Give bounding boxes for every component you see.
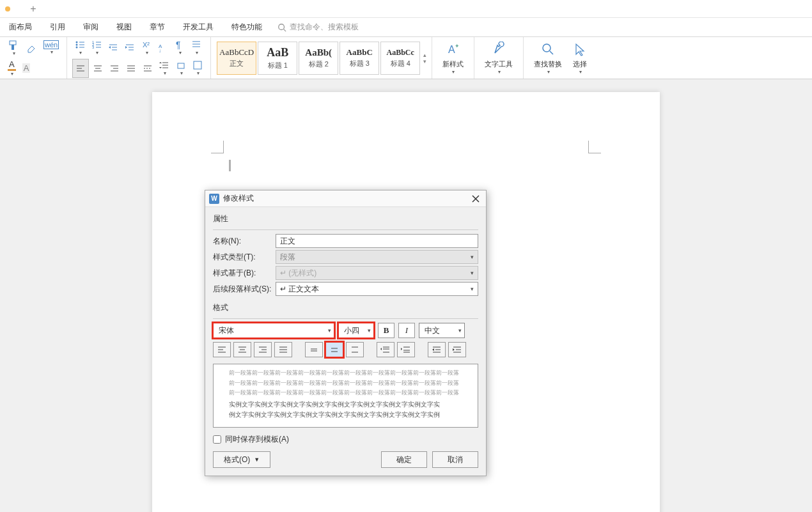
select-button[interactable]: 选择▾ [567,39,593,77]
style-preview: AaBbCc [387,48,414,58]
format-menu-button[interactable]: 格式(O)▼ [213,451,270,468]
align-justify-icon [278,345,288,354]
font-family-select[interactable]: 宋体▾ [213,323,334,338]
cursor-icon [572,42,588,59]
align-right-button[interactable] [107,59,122,78]
name-label: 名称(N): [213,236,276,247]
margin-corner-tr [588,141,601,153]
dlg-align-justify[interactable] [274,342,292,357]
marks-button[interactable]: ¶▾ [172,38,187,58]
numbering-button[interactable]: 123▾ [89,38,104,58]
align-left-button[interactable] [72,59,89,78]
chevron-down-icon: ▾ [471,270,474,276]
separator [213,229,478,230]
italic-button[interactable]: I [398,323,415,338]
highlight-button[interactable]: A [20,59,33,78]
dlg-align-center[interactable] [233,342,251,357]
style-heading3[interactable]: AaBbC 标题 3 [340,42,379,75]
preview-sample-line: 例文字实例文字实例文字实例文字实例文字实例文字实例文字实例文字实例 [229,410,462,420]
new-style-label: 新样式 [442,59,464,69]
menu-review[interactable]: 审阅 [74,18,107,36]
ok-button[interactable]: 确定 [381,451,427,468]
font-color-button[interactable]: A▾ [5,59,19,78]
svg-marker-50 [159,62,162,63]
dlg-indent-inc[interactable] [448,342,466,357]
margin-corner-tl [211,141,224,153]
dlg-linespace-1[interactable] [305,342,323,357]
close-button[interactable] [469,192,482,205]
text-tools-button[interactable]: 文字工具▾ [480,39,518,77]
style-normal[interactable]: AaBbCcD 正文 [217,42,256,75]
align-center-button[interactable] [90,59,105,78]
style-preview: AaBbCcD [219,47,254,58]
menu-layout[interactable]: 面布局 [0,18,41,36]
borders-button[interactable]: ▾ [190,59,205,78]
new-tab-button[interactable]: + [28,4,38,14]
svg-rect-2 [10,41,16,45]
preview-context-line: 前一段落前一段落前一段落前一段落前一段落前一段落前一段落前一段落前一段落前一段落 [229,380,462,387]
find-replace-button[interactable]: 查找替换▾ [529,39,567,77]
svg-marker-20 [109,46,111,49]
ls1-icon [309,345,319,354]
align-left-icon [75,63,86,74]
text-cursor [229,160,231,171]
style-heading2[interactable]: AaBb( 标题 2 [299,42,338,75]
align-justify-button[interactable] [123,59,139,78]
save-template-label[interactable]: 同时保存到模板(A) [225,434,289,445]
dlg-linespace-15[interactable] [325,342,343,357]
bullets-button[interactable]: ▾ [72,38,88,58]
menu-special[interactable]: 特色功能 [223,18,271,36]
dlg-space-before-dec[interactable] [377,342,394,357]
new-style-button[interactable]: A✦ 新样式▾ [437,39,469,77]
bold-button[interactable]: B [378,323,394,338]
tabs-button[interactable]: ▾ [189,38,204,58]
menu-references[interactable]: 引用 [41,18,74,36]
text-direction-button[interactable]: X²▾ [139,38,154,58]
cancel-button[interactable]: 取消 [432,451,478,468]
dlg-linespace-2[interactable] [346,342,364,357]
preview-sample-line: 实例文字实例文字实例文字实例文字实例文字实例文字实例文字实例文字实 [229,400,462,410]
style-heading4[interactable]: AaBbCc 标题 4 [380,42,420,75]
sort-icon: A↓ [158,43,168,53]
svg-rect-52 [178,63,184,68]
clear-format-button[interactable] [23,38,40,58]
shading-button[interactable]: ▾ [173,59,189,78]
phonetic-guide-button[interactable]: wén▾ [41,38,61,58]
svg-point-7 [76,44,78,46]
dialog-titlebar[interactable]: W 修改样式 [205,190,486,207]
svg-text:↓: ↓ [159,48,161,53]
dlg-space-before-inc[interactable] [397,342,415,357]
gallery-scroll-up[interactable]: ▴ [423,52,426,58]
svg-rect-3 [12,45,14,50]
save-template-checkbox[interactable] [213,435,221,444]
increase-indent-button[interactable] [122,38,137,58]
search-icon [277,23,286,32]
sort-button[interactable]: A↓ [155,38,171,58]
lang-select[interactable]: 中文▾ [419,323,465,338]
next-select[interactable]: ↵ 正文文本▾ [276,282,478,296]
gallery-scroll-down[interactable]: ▾ [423,58,426,65]
border-icon [192,60,203,70]
menu-chapters[interactable]: 章节 [141,18,174,36]
format-painter-button[interactable]: ▾ [5,38,22,58]
style-heading1[interactable]: AaB 标题 1 [258,42,297,75]
menu-view[interactable]: 视图 [107,18,141,36]
style-preview: AaBbC [347,47,373,58]
decrease-indent-button[interactable] [105,38,121,58]
dlg-align-left[interactable] [213,342,231,357]
command-search[interactable]: 查找命令、搜索模板 [277,22,359,33]
font-size-select[interactable]: 小四▾ [338,323,374,338]
style-label: 标题 1 [268,61,288,70]
name-input[interactable]: 正文 [276,234,478,248]
distribute-button[interactable] [140,59,155,78]
line-spacing-button[interactable]: ▾ [157,59,172,78]
outdent-icon [108,43,118,53]
svg-point-0 [279,24,285,29]
style-label: 标题 3 [350,59,370,68]
align-row [213,342,478,357]
menu-devtools[interactable]: 开发工具 [174,18,223,36]
dlg-align-right[interactable] [254,342,272,357]
row-basedon: 样式基于(B): ↵ (无样式)▾ [213,266,478,280]
style-preview-box: 前一段落前一段落前一段落前一段落前一段落前一段落前一段落前一段落前一段落前一段落… [213,364,478,428]
dlg-indent-dec[interactable] [428,342,446,357]
